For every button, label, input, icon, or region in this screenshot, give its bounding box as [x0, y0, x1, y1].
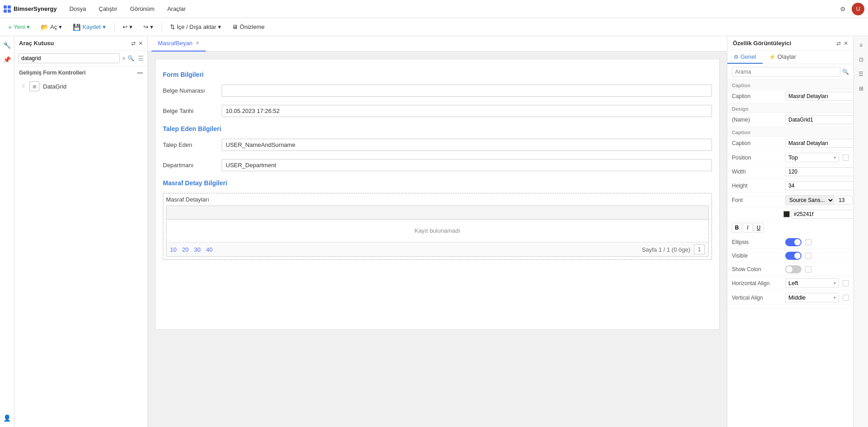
- pin-strip-icon[interactable]: 📌: [2, 54, 13, 65]
- redo-button[interactable]: ↪ ▾: [139, 22, 158, 32]
- app-logo: BimserSynergy: [4, 5, 57, 13]
- tab-masrafbeyan[interactable]: MasrafBeyan ✕: [152, 36, 206, 52]
- sidebar-section-collapse-icon[interactable]: —: [137, 69, 143, 76]
- sidebar-search-icon[interactable]: 🔍: [128, 55, 134, 61]
- toolbox-strip-icon[interactable]: 🔧: [2, 40, 13, 51]
- sidebar-search-clear[interactable]: ✕: [122, 56, 126, 61]
- prop-visible-row: Visible: [727, 249, 854, 263]
- sidebar-item-label: DataGrid: [43, 83, 66, 90]
- bold-button[interactable]: B: [732, 223, 742, 233]
- current-page[interactable]: 1: [694, 244, 705, 254]
- right-strip-icon-1[interactable]: ≡: [856, 40, 867, 51]
- field1-input[interactable]: [222, 84, 712, 97]
- sidebar-layout-icon[interactable]: ☰: [138, 55, 144, 62]
- prop-font-size-input[interactable]: [836, 196, 853, 205]
- italic-button[interactable]: I: [743, 223, 753, 233]
- showcolon-checkbox[interactable]: [805, 266, 811, 272]
- nav-calistir[interactable]: Çalıştır: [93, 4, 123, 14]
- halign-checkbox[interactable]: [843, 280, 849, 286]
- color-swatch[interactable]: [783, 211, 790, 217]
- preview-button[interactable]: 🖥 Önizleme: [228, 22, 269, 32]
- sidebar-title: Araç Kutusu: [19, 40, 54, 47]
- right-panel-title: Özellik Görüntüleyici: [733, 40, 791, 47]
- nav-dosya[interactable]: Dosya: [64, 4, 91, 14]
- prop-caption2-label: Caption: [732, 140, 782, 146]
- properties-search-icon[interactable]: 🔍: [842, 69, 849, 75]
- right-panel-header-icons: ⇄ ✕: [836, 40, 848, 47]
- prop-color-input[interactable]: [792, 210, 854, 219]
- page-size-40[interactable]: 40: [206, 246, 212, 253]
- nav-gorunum[interactable]: Görünüm: [124, 4, 160, 14]
- prop-showcolon-toggle[interactable]: [785, 265, 802, 273]
- prop-caption-input[interactable]: [785, 92, 854, 101]
- tab-close-icon[interactable]: ✕: [195, 40, 199, 46]
- prop-font-controls: Source Sans...: [785, 195, 853, 205]
- page-size-20[interactable]: 20: [182, 246, 188, 253]
- sidebar-section-label: Gelişmiş Form Kontrolleri: [19, 70, 85, 76]
- sidebar-item-datagrid[interactable]: ⠿ ⊞ DataGrid: [14, 79, 147, 94]
- field1-label: Belge Numarası: [163, 87, 222, 94]
- prop-font-select[interactable]: Source Sans...: [785, 195, 835, 205]
- prop-valign-select[interactable]: Middle ▾: [785, 293, 839, 302]
- folder-icon: 📂: [41, 23, 48, 31]
- undo-button[interactable]: ↩ ▾: [118, 22, 137, 32]
- prop-height-input[interactable]: [785, 181, 854, 190]
- app-name: BimserSynergy: [14, 5, 57, 12]
- prop-width-input[interactable]: [785, 167, 854, 176]
- right-strip-icon-4[interactable]: ⊞: [856, 83, 867, 94]
- open-dropdown-icon: ▾: [59, 23, 62, 30]
- prop-visible-toggle[interactable]: [785, 252, 802, 260]
- prop-ellipsis-toggle[interactable]: [785, 238, 802, 246]
- field2-input[interactable]: [222, 105, 712, 117]
- bottom-strip-icon[interactable]: 👤: [2, 413, 13, 423]
- ellipsis-checkbox[interactable]: [805, 239, 811, 245]
- visible-checkbox[interactable]: [805, 253, 811, 259]
- new-dropdown-icon: ▾: [27, 23, 30, 30]
- section2-title: Talep Eden Bilgileri: [163, 125, 712, 132]
- page-size-30[interactable]: 30: [194, 246, 200, 253]
- prop-halign-select[interactable]: Left ▾: [785, 278, 839, 288]
- general-tab-icon: ⚙: [734, 54, 739, 60]
- top-bar: BimserSynergy Dosya Çalıştır Görünüm Ara…: [0, 0, 868, 18]
- redo-dropdown-icon: ▾: [150, 23, 153, 30]
- field3-input[interactable]: [222, 139, 712, 151]
- right-panel-pin-icon[interactable]: ⇄: [836, 40, 841, 47]
- toolbar: + Yeni ▾ 📂 Aç ▾ 💾 Kaydet ▾ ↩ ▾ ↪ ▾ ⇅ İçe…: [0, 18, 868, 36]
- prop-color-row: [727, 208, 854, 221]
- prop-height-row: Height: [727, 179, 854, 193]
- prop-showcolon-row: Show Colon: [727, 263, 854, 276]
- right-strip-icon-3[interactable]: ☰: [856, 69, 867, 80]
- undo-icon: ↩: [123, 23, 128, 30]
- tab-general[interactable]: ⚙ Genel: [727, 51, 763, 64]
- valign-checkbox[interactable]: [843, 295, 849, 301]
- prop-name-input[interactable]: [785, 115, 854, 124]
- save-button[interactable]: 💾 Kaydet ▾: [68, 22, 110, 33]
- right-strip-icon-2[interactable]: ⊡: [856, 54, 867, 65]
- user-avatar[interactable]: U: [852, 3, 864, 15]
- page-size-10[interactable]: 10: [170, 246, 176, 253]
- settings-icon[interactable]: ⚙: [837, 4, 848, 14]
- prop-caption2-row: Caption ✎: [727, 136, 854, 150]
- position-checkbox[interactable]: [843, 155, 849, 161]
- field4-input[interactable]: [222, 159, 712, 171]
- redo-icon: ↪: [143, 23, 148, 30]
- tab-events[interactable]: ⚡ Olaylar: [763, 51, 802, 64]
- field-belge-numarasi: Belge Numarası: [163, 84, 712, 97]
- open-button[interactable]: 📂 Aç ▾: [36, 22, 66, 33]
- underline-button[interactable]: U: [754, 223, 764, 233]
- new-button[interactable]: + Yeni ▾: [4, 22, 34, 33]
- properties-search-input[interactable]: [732, 67, 840, 77]
- import-export-button[interactable]: ⇅ İçe / Dışa aktar ▾: [166, 22, 226, 32]
- nav-araclar[interactable]: Araçlar: [162, 4, 191, 14]
- sidebar-close-icon[interactable]: ✕: [138, 40, 143, 47]
- right-panel-close-icon[interactable]: ✕: [844, 40, 848, 47]
- valign-dropdown-icon: ▾: [834, 295, 836, 300]
- right-strip: ≡ ⊡ ☰ ⊞: [854, 36, 868, 427]
- prop-position-select[interactable]: Top ▾: [785, 153, 839, 162]
- sidebar-search-input[interactable]: [18, 53, 120, 63]
- import-export-icon: ⇅: [170, 23, 175, 30]
- import-export-dropdown-icon: ▾: [218, 23, 221, 30]
- sidebar-section: Gelişmiş Form Kontrolleri —: [14, 66, 147, 79]
- prop-caption2-input[interactable]: [785, 139, 854, 148]
- sidebar-pin-icon[interactable]: ⇄: [131, 40, 136, 47]
